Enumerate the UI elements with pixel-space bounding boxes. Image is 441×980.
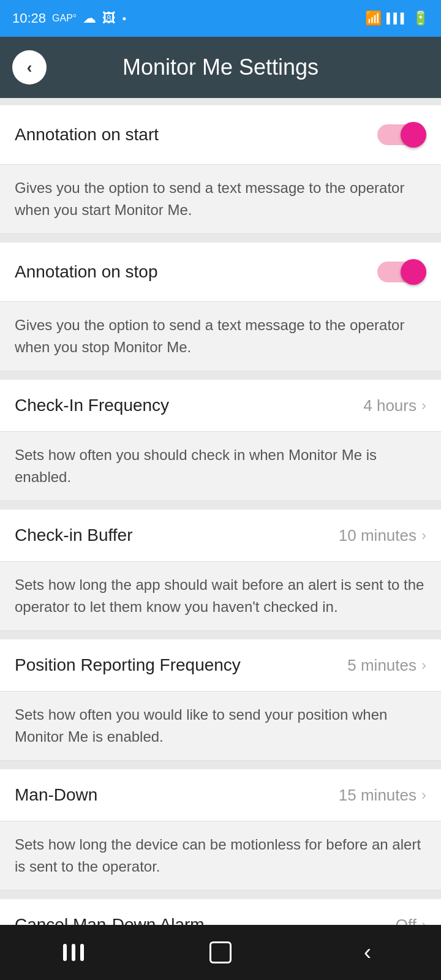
- toggle-knob-stop: [401, 259, 426, 285]
- status-left: 10:28 GAP° ☁ 🖼 ●: [12, 10, 127, 26]
- spacer-6: [0, 891, 441, 899]
- nav-menu-button[interactable]: [55, 934, 92, 971]
- spacer-2: [0, 371, 441, 380]
- check-in-frequency-row[interactable]: Check-In Frequency 4 hours ›: [0, 380, 441, 432]
- man-down-chevron: ›: [421, 786, 426, 804]
- check-in-frequency-label: Check-In Frequency: [15, 396, 169, 415]
- position-reporting-frequency-description: Sets how often you would like to send yo…: [0, 692, 441, 761]
- check-in-frequency-desc-text: Sets how often you should check in when …: [15, 447, 377, 485]
- bottom-nav: ‹: [0, 925, 441, 980]
- back-arrow-icon: ‹: [27, 58, 32, 77]
- back-button[interactable]: ‹: [12, 50, 47, 85]
- man-down-desc-text: Sets how long the device can be motionle…: [15, 836, 421, 875]
- status-right: 📶 ▌▌▌ 🔋: [365, 10, 429, 26]
- wifi-icon: 📶: [365, 10, 382, 26]
- cloud-icon: ☁: [83, 10, 96, 26]
- position-reporting-frequency-label: Position Reporting Frequency: [15, 655, 241, 675]
- top-divider: [0, 98, 441, 105]
- check-in-buffer-row[interactable]: Check-in Buffer 10 minutes ›: [0, 510, 441, 562]
- annotation-on-stop-description: Gives you the option to send a text mess…: [0, 302, 441, 371]
- check-in-buffer-desc-text: Sets how long the app should wait before…: [15, 576, 424, 615]
- back-chevron-icon: ‹: [364, 940, 371, 965]
- annotation-on-stop-toggle[interactable]: [377, 258, 426, 285]
- annotation-on-start-toggle[interactable]: [377, 121, 426, 148]
- menu-line-3: [80, 944, 84, 961]
- annotation-on-start-description: Gives you the option to send a text mess…: [0, 165, 441, 234]
- app-header: ‹ Monitor Me Settings: [0, 37, 441, 98]
- check-in-buffer-value-group: 10 minutes ›: [339, 526, 426, 545]
- position-reporting-frequency-value: 5 minutes: [347, 656, 417, 675]
- check-in-frequency-value: 4 hours: [363, 396, 417, 415]
- nav-back-button[interactable]: ‹: [349, 934, 386, 971]
- annotation-on-start-desc-text: Gives you the option to send a text mess…: [15, 179, 404, 218]
- check-in-frequency-description: Sets how often you should check in when …: [0, 432, 441, 501]
- position-reporting-frequency-chevron: ›: [421, 657, 426, 674]
- check-in-frequency-chevron: ›: [421, 397, 426, 414]
- spacer-1: [0, 234, 441, 243]
- man-down-label: Man-Down: [15, 785, 97, 805]
- spacer-3: [0, 501, 441, 510]
- position-reporting-frequency-value-group: 5 minutes ›: [347, 656, 426, 675]
- status-bar: 10:28 GAP° ☁ 🖼 ● 📶 ▌▌▌ 🔋: [0, 0, 441, 37]
- battery-icon: 🔋: [412, 10, 429, 26]
- check-in-buffer-description: Sets how long the app should wait before…: [0, 562, 441, 631]
- carrier-label: GAP°: [52, 13, 77, 24]
- image-icon: 🖼: [102, 10, 116, 26]
- man-down-value-group: 15 minutes ›: [339, 786, 426, 805]
- position-reporting-frequency-desc-text: Sets how often you would like to send yo…: [15, 706, 387, 745]
- annotation-on-stop-desc-text: Gives you the option to send a text mess…: [15, 317, 404, 355]
- annotation-on-stop-row[interactable]: Annotation on stop: [0, 243, 441, 302]
- spacer-4: [0, 631, 441, 639]
- menu-lines-icon: [63, 944, 84, 961]
- man-down-value: 15 minutes: [339, 786, 417, 805]
- annotation-on-start-label: Annotation on start: [15, 125, 159, 145]
- signal-icon: ▌▌▌: [386, 13, 407, 24]
- man-down-row[interactable]: Man-Down 15 minutes ›: [0, 769, 441, 821]
- spacer-5: [0, 761, 441, 769]
- menu-line-2: [72, 944, 75, 961]
- dot-icon: ●: [122, 14, 126, 23]
- position-reporting-frequency-row[interactable]: Position Reporting Frequency 5 minutes ›: [0, 639, 441, 692]
- toggle-knob-start: [401, 122, 426, 148]
- check-in-buffer-label: Check-in Buffer: [15, 526, 132, 545]
- home-square-icon: [209, 941, 232, 963]
- check-in-frequency-value-group: 4 hours ›: [363, 396, 426, 415]
- annotation-on-stop-label: Annotation on stop: [15, 262, 158, 282]
- check-in-buffer-value: 10 minutes: [339, 526, 417, 545]
- menu-line-1: [63, 944, 67, 961]
- man-down-description: Sets how long the device can be motionle…: [0, 821, 441, 891]
- annotation-on-start-row[interactable]: Annotation on start: [0, 105, 441, 165]
- settings-container: Annotation on start Gives you the option…: [0, 98, 441, 980]
- page-title: Monitor Me Settings: [59, 55, 429, 80]
- check-in-buffer-chevron: ›: [421, 527, 426, 544]
- time-display: 10:28: [12, 10, 46, 26]
- nav-home-button[interactable]: [202, 934, 239, 971]
